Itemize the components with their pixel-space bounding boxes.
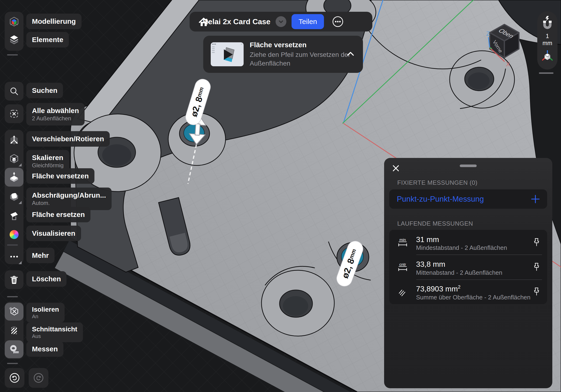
tool-search[interactable] — [5, 82, 23, 101]
document-title[interactable]: Relai 2x Card Case — [203, 17, 270, 26]
svg-text:cntr: cntr — [399, 262, 406, 267]
fixed-measurements-header: FIXIERTE MESSUNGEN (0) — [397, 179, 477, 186]
tool-measure[interactable] — [5, 340, 23, 358]
axis-x-label: X — [506, 61, 510, 68]
offset-face-icon — [9, 172, 20, 183]
surface-area-icon — [397, 286, 408, 297]
tool-visualize[interactable] — [5, 225, 23, 244]
layers-icon — [9, 34, 20, 45]
tool-label-more[interactable]: Mehr — [26, 248, 54, 263]
panel-resize-indicator[interactable] — [539, 72, 553, 74]
scale-icon — [9, 153, 20, 164]
pin-icon[interactable] — [533, 238, 540, 247]
point-to-point-label: Punkt-zu-Punkt-Messung — [397, 195, 531, 204]
search-icon — [9, 86, 19, 96]
ellipsis-icon — [9, 251, 20, 262]
measurement-row: 73,8903 mm2 Summe über Oberfläche - 2 Au… — [389, 279, 547, 304]
pin-icon[interactable] — [533, 287, 540, 296]
tool-label-measure[interactable]: Messen — [26, 341, 64, 357]
divider — [7, 363, 18, 364]
measurement-row: cntr 33,8 mm Mittenabstand - 2 Außenfläc… — [389, 254, 547, 279]
move-rotate-icon — [9, 135, 20, 145]
axis-z-label: Z — [486, 30, 490, 37]
tool-replace-face[interactable] — [5, 206, 23, 225]
divider — [7, 244, 18, 246]
pin-icon[interactable] — [533, 262, 540, 272]
tool-chamfer[interactable] — [5, 187, 23, 206]
measurement-description: Mindestabstand - 2 Außenflächen — [416, 244, 533, 251]
title-dropdown-button[interactable] — [276, 16, 286, 27]
mount-tab-right[interactable] — [450, 51, 515, 108]
modeling-cube-icon — [9, 17, 20, 28]
add-measurement-icon[interactable] — [531, 194, 540, 204]
isolate-icon — [9, 306, 20, 317]
replace-face-icon — [9, 210, 20, 221]
more-circle-icon — [332, 16, 344, 28]
panel-drag-handle[interactable] — [460, 164, 477, 167]
redo-icon — [33, 372, 44, 383]
trash-icon — [9, 274, 19, 285]
redo-button[interactable] — [29, 368, 48, 388]
tool-deselect-all[interactable] — [5, 104, 23, 123]
title-more-button[interactable] — [332, 16, 344, 28]
measure-tape-icon — [9, 344, 20, 355]
tool-label-replace-face[interactable]: Fläche ersetzen — [26, 207, 90, 222]
tool-label-move-rotate[interactable]: Verschieben/Rotieren — [26, 131, 110, 147]
tool-label-delete[interactable]: Löschen — [26, 271, 66, 287]
tool-label-section-view[interactable]: Schnittansicht Aus — [26, 322, 83, 342]
chevron-up-icon — [346, 51, 355, 57]
tool-label-search[interactable]: Suchen — [26, 83, 63, 98]
tool-label-deselect-all[interactable]: Alle abwählen 2 Außenflächen — [26, 103, 85, 126]
svg-text:min: min — [399, 238, 406, 242]
tool-delete[interactable] — [5, 270, 23, 289]
long-press-badge — [19, 201, 22, 204]
chevron-down-icon — [278, 19, 284, 25]
nav-label-elements[interactable]: Elemente — [26, 32, 69, 47]
long-press-badge — [19, 163, 22, 166]
view-settings-pill: 1 mm — [537, 11, 558, 70]
chamfer-icon — [9, 191, 20, 202]
nav-label-modeling[interactable]: Modellierung — [26, 14, 82, 29]
color-wheel-icon — [10, 230, 19, 239]
measurement-description: Mittenabstand - 2 Außenflächen — [416, 269, 533, 276]
undo-button[interactable] — [5, 368, 24, 388]
measurement-description: Summe über Oberfläche - 2 Außenflächen — [416, 294, 533, 301]
tool-hint-video-thumbnail[interactable] — [211, 42, 244, 66]
tool-section-view[interactable] — [5, 321, 23, 340]
tool-hint-title: Fläche versetzen — [250, 41, 307, 49]
measurement-value: 33,8 mm — [416, 258, 533, 269]
tool-more[interactable] — [5, 247, 23, 266]
home-icon[interactable] — [198, 17, 209, 27]
tool-hint-collapse-button[interactable] — [346, 51, 355, 57]
orientation-gizmo-icon[interactable] — [540, 49, 554, 63]
tool-label-offset-face[interactable]: Fläche versetzen — [26, 168, 95, 184]
section-view-icon — [9, 325, 19, 336]
tool-offset-face[interactable] — [5, 168, 23, 187]
divider — [7, 54, 18, 55]
tool-label-isolate[interactable]: Isolieren An — [26, 303, 65, 322]
long-press-badge — [19, 261, 22, 264]
title-bar: Relai 2x Card Case Teilen — [190, 12, 372, 32]
deselect-icon — [9, 109, 19, 119]
mount-tab-bottom[interactable] — [261, 270, 334, 336]
tool-hint-description: Ziehe den Pfeil zum Versetzen der Außenf… — [250, 50, 356, 68]
running-measurements-card: min 31 mm Mindestabstand - 2 Außenfläche… — [389, 230, 547, 304]
share-button[interactable]: Teilen — [291, 14, 324, 29]
app-window: ø2, 8mm ø2, 8mm Oben Vorne Z X — [0, 0, 561, 392]
tool-hint-panel: Fläche versetzen Ziehe den Pfeil zum Ver… — [203, 36, 363, 73]
grid-size-value[interactable]: 1 mm — [542, 33, 552, 46]
min-distance-icon: min — [397, 237, 408, 248]
tool-label-visualize[interactable]: Visualisieren — [26, 226, 81, 241]
measurement-panel-close-button[interactable] — [391, 163, 401, 174]
measurement-value: 31 mm — [416, 233, 533, 244]
nav-item-elements[interactable] — [5, 31, 23, 49]
tool-move-rotate[interactable] — [5, 131, 23, 150]
point-to-point-row[interactable]: Punkt-zu-Punkt-Messung — [389, 189, 547, 209]
tool-scale[interactable] — [5, 150, 23, 168]
undo-icon — [9, 372, 20, 383]
tool-isolate[interactable] — [5, 303, 23, 321]
measurement-row: min 31 mm Mindestabstand - 2 Außenfläche… — [389, 230, 547, 254]
measurement-value: 73,8903 mm2 — [416, 282, 533, 294]
nav-item-modeling[interactable] — [5, 13, 23, 32]
snap-magnet-icon[interactable] — [541, 15, 554, 29]
